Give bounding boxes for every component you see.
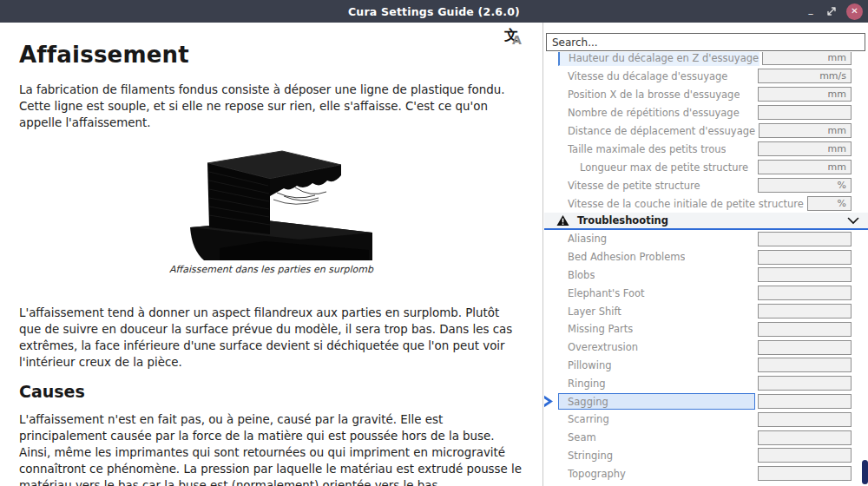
chevron-down-icon xyxy=(847,217,859,225)
trouble-row-stringing[interactable]: Stringing xyxy=(544,447,868,465)
setting-row-small-feature-speed[interactable]: Vitesse de petite structure % xyxy=(544,176,868,194)
setting-row-wipe-z-hop[interactable]: Hauteur du décalage en Z d'essuyage mm xyxy=(544,52,868,67)
trouble-input[interactable] xyxy=(758,430,852,445)
setting-label: Position X de la brosse d'essuyage xyxy=(568,89,740,101)
setting-label: Taille maximale des petits trous xyxy=(568,143,726,155)
search-input[interactable] xyxy=(546,33,865,51)
causes-heading: Causes xyxy=(19,382,523,401)
setting-row-small-hole-max-size[interactable]: Taille maximale des petits trous mm xyxy=(544,140,868,158)
setting-label: Hauteur du décalage en Z d'essuyage xyxy=(569,52,759,64)
setting-row-small-feature-max-length[interactable]: Longueur max de petite structure mm xyxy=(544,158,868,176)
trouble-input[interactable] xyxy=(758,340,852,355)
setting-label: Distance de déplacement d'essuyage xyxy=(568,125,755,137)
trouble-input[interactable] xyxy=(758,232,852,246)
minimize-button[interactable]: – xyxy=(805,4,817,18)
figure-sagging-print: Affaissement dans les parties en surplom… xyxy=(19,142,523,275)
setting-label: Vitesse de la couche initiale de petite … xyxy=(568,198,804,210)
setting-input[interactable] xyxy=(758,105,852,120)
maximize-button[interactable] xyxy=(825,5,838,17)
trouble-input[interactable] xyxy=(758,466,852,481)
window-controls: – ✕ xyxy=(805,0,863,23)
sagging-print-image xyxy=(169,142,374,262)
settings-sidebar: Hauteur du décalage en Z d'essuyage mm V… xyxy=(544,23,868,486)
setting-label: Vitesse du décalage d'essuyage xyxy=(568,70,727,82)
close-button[interactable]: ✕ xyxy=(846,3,863,20)
trouble-input[interactable] xyxy=(758,358,852,372)
setting-input[interactable]: mm xyxy=(758,141,852,156)
trouble-row-seam[interactable]: Seam xyxy=(544,429,868,447)
trouble-input[interactable] xyxy=(758,286,852,300)
trouble-row-aliasing[interactable]: Aliasing xyxy=(544,230,868,248)
setting-label: Vitesse de petite structure xyxy=(568,180,700,192)
setting-row-wipe-brush-x[interactable]: Position X de la brosse d'essuyage mm xyxy=(544,85,868,103)
titlebar: Cura Settings Guide (2.6.0) – ✕ xyxy=(0,0,868,23)
maximize-icon xyxy=(826,6,837,16)
paragraph-causes-1: L'affaissement n'est en fait pas, ou à p… xyxy=(19,411,523,486)
setting-input[interactable]: % xyxy=(807,196,852,211)
setting-row-wipe-move-distance[interactable]: Distance de déplacement d'essuyage mm xyxy=(544,122,868,140)
figure-caption: Affaissement dans les parties en surplom… xyxy=(19,264,523,275)
setting-input[interactable]: mm xyxy=(759,123,852,138)
close-icon: ✕ xyxy=(851,7,858,16)
troubleshooting-section-header[interactable]: Troubleshooting xyxy=(544,213,868,230)
trouble-input[interactable] xyxy=(758,304,852,319)
setting-row-wipe-repeat-count[interactable]: Nombre de répétitions d'essuyage xyxy=(544,103,868,122)
trouble-row-sagging[interactable]: Sagging xyxy=(544,392,868,410)
setting-input[interactable]: % xyxy=(758,178,852,193)
setting-input[interactable]: mm/s xyxy=(758,69,852,83)
setting-input[interactable]: mm xyxy=(758,160,852,174)
article-pane: 文 A Affaissement La fabrication de filam… xyxy=(0,23,543,486)
paragraph-intro: La fabrication de filaments fondus consi… xyxy=(19,82,523,131)
trouble-row-ringing[interactable]: Ringing xyxy=(544,374,868,392)
trouble-row-overextrusion[interactable]: Overextrusion xyxy=(544,338,868,357)
setting-list: Hauteur du décalage en Z d'essuyage mm V… xyxy=(544,52,868,486)
translate-button[interactable]: 文 A xyxy=(504,27,527,49)
troubleshooting-header-label: Troubleshooting xyxy=(577,214,847,227)
trouble-input[interactable] xyxy=(758,394,852,409)
trouble-input[interactable] xyxy=(758,322,852,337)
trouble-row-layer-shift[interactable]: Layer Shift xyxy=(544,302,868,320)
setting-input[interactable]: mm xyxy=(762,52,852,65)
trouble-row-missing-parts[interactable]: Missing Parts xyxy=(544,320,868,338)
translate-icon-secondary: A xyxy=(512,33,522,47)
setting-label: Nombre de répétitions d'essuyage xyxy=(568,107,740,119)
trouble-row-topography[interactable]: Topography xyxy=(544,464,868,483)
setting-input[interactable]: mm xyxy=(758,87,852,102)
setting-row-wipe-hop-speed[interactable]: Vitesse du décalage d'essuyage mm/s xyxy=(544,67,868,85)
trouble-input[interactable] xyxy=(758,267,852,282)
trouble-row-pillowing[interactable]: Pillowing xyxy=(544,357,868,375)
trouble-row-elephants-foot[interactable]: Elephant's Foot xyxy=(544,284,868,302)
sidebar-scrollbar-thumb[interactable] xyxy=(862,460,868,484)
trouble-input[interactable] xyxy=(758,376,852,391)
warning-icon xyxy=(556,214,569,227)
page-title: Affaissement xyxy=(19,42,523,68)
trouble-row-scarring[interactable]: Scarring xyxy=(544,410,868,429)
setting-row-small-feature-initial-speed[interactable]: Vitesse de la couche initiale de petite … xyxy=(544,194,868,213)
trouble-row-bed-adhesion[interactable]: Bed Adhesion Problems xyxy=(544,248,868,266)
setting-label: Longueur max de petite structure xyxy=(580,161,748,174)
window-title: Cura Settings Guide (2.6.0) xyxy=(348,5,520,18)
trouble-input[interactable] xyxy=(758,250,852,265)
trouble-input[interactable] xyxy=(758,448,852,463)
trouble-input[interactable] xyxy=(758,412,852,427)
paragraph-effect: L'affaissement tend à donner un aspect f… xyxy=(19,305,523,371)
trouble-row-blobs[interactable]: Blobs xyxy=(544,266,868,285)
